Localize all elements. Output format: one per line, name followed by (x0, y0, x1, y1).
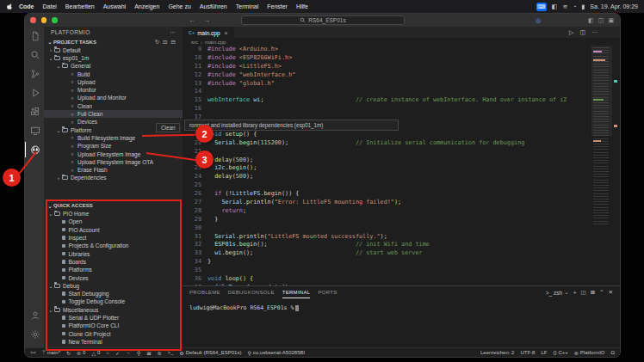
quick-access-devices[interactable]: Devices (44, 273, 183, 281)
statusbar-item-remote-icon[interactable]: >< (30, 350, 36, 355)
statusbar-item-bell-icon[interactable]: Ω (611, 350, 616, 355)
wifi-icon[interactable]: ≋ (562, 3, 567, 10)
run-debug-icon[interactable] (25, 85, 44, 101)
code-line[interactable]: 30 (183, 224, 620, 233)
statusbar-item-0[interactable]: △0 (91, 350, 100, 356)
breadcrumb-item-src[interactable]: src (191, 40, 198, 45)
quick-access-header[interactable]: ⌄ QUICK ACCESS (44, 202, 183, 211)
split-editor-icon[interactable]: ◫ (579, 29, 585, 36)
statusbar-item-utf-8[interactable]: UTF-8 (520, 350, 535, 355)
code-line[interactable]: 33 wi.begin(); // start web server (183, 249, 620, 258)
close-window-button[interactable] (30, 17, 36, 23)
code-editor[interactable]: 9#include <Arduino.h>10#include <ESP8266… (183, 46, 620, 285)
quick-access-new-terminal[interactable]: New Terminal (44, 338, 183, 346)
remote-explorer-icon[interactable] (25, 123, 44, 138)
task-full-clean[interactable]: ○Full Clean (44, 110, 183, 118)
source-control-icon[interactable] (25, 66, 44, 82)
statusbar-item-c[interactable]: {}C++ (553, 350, 567, 355)
menubar-item-hilfe[interactable]: Hilfe (292, 3, 313, 9)
statusbar-item-pio-plug-icon[interactable]: ⚲ (137, 350, 140, 356)
quick-access-platformio-core-cli[interactable]: PlatformIO Core CLI (44, 322, 183, 329)
display-icon[interactable]: ◧ (552, 3, 558, 10)
minimize-window-button[interactable] (41, 17, 47, 23)
settings-gear-icon[interactable] (25, 327, 44, 342)
input-source-icon[interactable]: ⌨ (536, 3, 547, 11)
statusbar-item-pio-clean-icon[interactable]: ⊠ (146, 350, 151, 356)
code-line[interactable]: 15webInterface wi; // create instance of… (183, 96, 620, 105)
apple-menu-icon[interactable] (6, 3, 13, 10)
task-upload[interactable]: ○Upload (44, 78, 183, 86)
menubar-item-gehe-zu[interactable]: Gehe zu (164, 3, 195, 9)
statusbar-item-0[interactable]: ⊘0 (77, 350, 85, 356)
code-line[interactable]: 26 if (!LittleFS.begin()) { (183, 190, 620, 199)
task-clean[interactable]: ○Clean (44, 102, 183, 110)
quick-access-serial-udp-plotter[interactable]: Serial & UDP Plotter (44, 314, 183, 322)
run-file-icon[interactable]: ▷ (569, 29, 573, 36)
more-actions-icon[interactable]: ⋯ (591, 29, 598, 36)
code-line[interactable]: 10#include <ESP8266WiFi.h> (183, 54, 620, 63)
statusbar-item-pio-home-icon[interactable]: ⌂ (106, 350, 109, 355)
quick-access-pio-account[interactable]: PIO Account (44, 226, 183, 234)
task-dependencies[interactable]: ›Dependencies (44, 174, 183, 181)
command-center-search[interactable]: RS64_ESP01s (241, 15, 405, 25)
code-line[interactable]: 32 ESP01s.begin(); // init Wifi and time (183, 241, 620, 249)
task-general[interactable]: ⌄General (44, 62, 183, 70)
quick-access-miscellaneous[interactable]: ⌄Miscellaneous (44, 306, 183, 314)
code-line[interactable]: 13#include "global.h" (183, 80, 620, 89)
quick-access-boards[interactable]: Boards (44, 258, 183, 266)
code-line[interactable]: 24 delay(500); (183, 173, 620, 181)
extensions-icon[interactable] (25, 104, 44, 120)
code-line[interactable]: 29 } (183, 216, 620, 224)
back-icon[interactable]: ← (189, 16, 195, 24)
code-line[interactable]: 35 (183, 267, 620, 275)
quick-access-start-debugging[interactable]: Start Debugging (44, 290, 183, 298)
toggle-panel-icon[interactable]: ◫ (598, 17, 604, 24)
statusbar-item-pio-terminal-icon[interactable]: >_ (167, 350, 173, 355)
statusbar-item-pio-upload-icon[interactable]: → (126, 350, 131, 355)
refresh-icon[interactable]: ↻ (155, 39, 159, 46)
code-line[interactable]: 20 Serial.begin(115200); // Initialize s… (183, 139, 620, 148)
statusbar-item-cu-usbserial-a50285bi[interactable]: ⚲cu.usbserial-A50285BI (247, 350, 305, 356)
statusbar-item-lf[interactable]: LF (541, 350, 547, 355)
statusbar-item-pio-build-icon[interactable]: ✓ (115, 350, 120, 356)
task-monitor[interactable]: ○Monitor (44, 86, 183, 94)
platformio-icon[interactable] (25, 142, 44, 157)
tab-main-cpp[interactable]: C+ main.cpp × (183, 27, 235, 38)
project-tasks-header[interactable]: ⌄ PROJECT TASKS ↻ ⊡ ⊟ (44, 38, 183, 46)
menubar-item-datei[interactable]: Datei (39, 3, 61, 9)
code-line[interactable]: 22 delay(500); (183, 156, 620, 165)
battery-icon[interactable]: ▮ (581, 3, 585, 10)
code-line[interactable]: 11#include <LittleFS.h> (183, 63, 620, 71)
menubar-item-auswahl[interactable]: Auswahl (99, 3, 130, 9)
quick-access-toggle-debug-console[interactable]: Toggle Debug Console (44, 298, 183, 305)
code-line[interactable]: 27 Serial.println("Error: LittleFS mount… (183, 199, 620, 207)
code-line[interactable]: 19void setup() { (183, 131, 620, 139)
code-line[interactable]: 25 (183, 181, 620, 190)
control-center-icon[interactable]: ◔ (573, 3, 576, 9)
menubar-item-code[interactable]: Code (15, 3, 39, 9)
statusbar-item-pio-serial-monitor-icon[interactable]: ≋ (157, 350, 161, 356)
close-tab-icon[interactable]: × (225, 30, 228, 36)
menubar-item-bearbeiten[interactable]: Bearbeiten (61, 3, 99, 9)
statusbar-item-sync-icon[interactable]: ↻ (66, 350, 71, 356)
code-line[interactable]: 16 (183, 105, 620, 114)
task-erase-flash[interactable]: ○Erase Flash (44, 166, 183, 174)
maximize-panel-icon[interactable]: ⌃ (599, 289, 604, 296)
customize-layout-icon[interactable]: ▣ (608, 17, 614, 24)
quick-access-open[interactable]: Open (44, 218, 183, 225)
code-line[interactable]: 28 return; (183, 207, 620, 216)
code-line[interactable]: 21 (183, 148, 620, 156)
task-esp01-1m[interactable]: ⌄esp01_1m (44, 54, 183, 62)
panel-tab-ports[interactable]: PORTS (318, 286, 337, 298)
task-upload-filesystem-image-ota[interactable]: ○Upload Filesystem Image OTA (44, 158, 183, 166)
menubar-item-terminal[interactable]: Terminal (232, 3, 263, 9)
code-line[interactable]: 36void loop() { (183, 275, 620, 284)
kill-terminal-icon[interactable]: ⊠ (591, 289, 595, 296)
menubar-item-fenster[interactable]: Fenster (263, 3, 292, 9)
task-upload-filesystem-image[interactable]: ○Upload Filesystem Image (44, 150, 183, 157)
toggle-sidebar-icon[interactable]: ◧ (588, 17, 594, 24)
task-upload-and-monitor[interactable]: ○Upload and Monitor (44, 94, 183, 101)
panel-tab-terminal[interactable]: TERMINAL (282, 286, 311, 298)
shell-picker[interactable]: >_ zsh ⌄ (546, 289, 569, 296)
menubar-clock[interactable]: Sa. 19. Apr. 09:29 (590, 3, 638, 9)
